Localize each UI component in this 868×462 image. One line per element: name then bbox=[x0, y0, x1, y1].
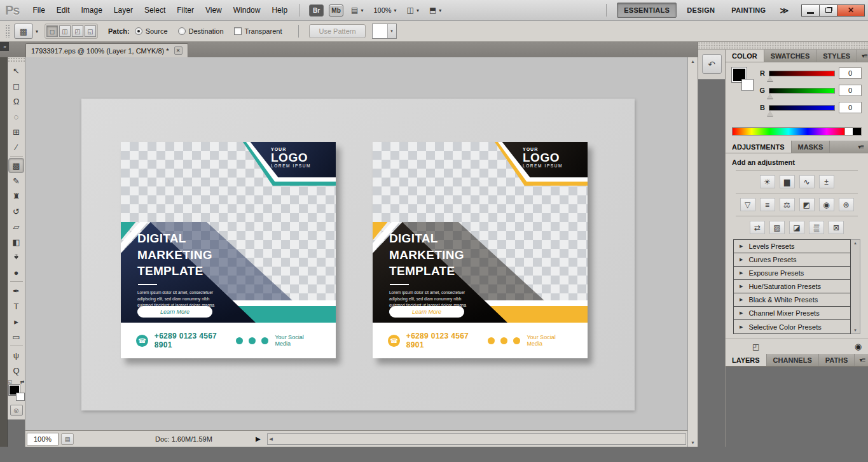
restore-button[interactable] bbox=[819, 4, 837, 17]
scroll-left-icon[interactable]: ◀ bbox=[270, 437, 273, 442]
workspace-overflow-icon[interactable]: ≫ bbox=[776, 6, 792, 15]
subtract-from-selection-button[interactable]: ◰ bbox=[72, 25, 83, 37]
expand-triangle-icon[interactable]: ▶ bbox=[740, 270, 743, 276]
slider-thumb[interactable] bbox=[767, 94, 773, 99]
menu-select[interactable]: Select bbox=[139, 3, 171, 17]
vertical-scrollbar[interactable]: ▲ ▼ bbox=[687, 57, 698, 447]
lasso-tool[interactable]: Ω bbox=[8, 94, 24, 109]
blue-slider[interactable] bbox=[769, 105, 835, 111]
slider-thumb[interactable] bbox=[767, 76, 773, 81]
eraser-tool[interactable]: ▱ bbox=[8, 219, 24, 234]
tab-styles[interactable]: STYLES bbox=[816, 50, 857, 62]
zoom-level-dropdown[interactable]: 100% ▾ bbox=[373, 6, 396, 14]
hue-saturation-presets-row[interactable]: ▶ Hue/Saturation Presets bbox=[734, 280, 850, 293]
patch-tool[interactable]: ▩ bbox=[8, 158, 24, 173]
expand-triangle-icon[interactable]: ▶ bbox=[740, 297, 743, 302]
green-slider[interactable] bbox=[769, 88, 835, 94]
panel-menu-icon[interactable]: ▾≡ bbox=[855, 354, 868, 366]
selective-color-icon[interactable]: ⊠ bbox=[829, 221, 844, 234]
black-white-presets-row[interactable]: ▶ Black & White Presets bbox=[734, 293, 850, 307]
expand-triangle-icon[interactable]: ▶ bbox=[740, 325, 743, 330]
threshold-icon[interactable]: ◪ bbox=[789, 221, 804, 234]
document-tab[interactable]: 17933917.eps @ 100% (Layer 1, CMYK/8) * … bbox=[25, 43, 188, 57]
blue-value-field[interactable]: 0 bbox=[839, 102, 862, 113]
expand-triangle-icon[interactable]: ▶ bbox=[740, 257, 743, 262]
scroll-down-icon[interactable]: ▼ bbox=[853, 328, 857, 332]
tool-preset-caret-icon[interactable]: ▾ bbox=[36, 29, 38, 34]
menu-file[interactable]: File bbox=[27, 3, 50, 17]
blur-tool[interactable]: ♠ bbox=[14, 253, 18, 262]
transparent-checkbox[interactable]: Transparent bbox=[234, 27, 282, 35]
invert-icon[interactable]: ⇄ bbox=[750, 221, 765, 234]
expand-triangle-icon[interactable]: ▶ bbox=[740, 311, 743, 316]
tab-paths[interactable]: PATHS bbox=[819, 354, 855, 366]
hand-tool[interactable]: ψ bbox=[8, 347, 24, 363]
move-tool[interactable]: ↖ bbox=[8, 63, 24, 78]
dock-collapse-icon[interactable]: » bbox=[0, 42, 9, 51]
menu-layer[interactable]: Layer bbox=[108, 3, 139, 17]
layers-panel[interactable] bbox=[726, 367, 868, 447]
black-white-icon[interactable]: ◩ bbox=[799, 198, 815, 211]
red-value-field[interactable]: 0 bbox=[839, 67, 862, 79]
scroll-down-icon[interactable]: ▼ bbox=[691, 440, 695, 445]
panel-menu-icon[interactable]: ▾≡ bbox=[853, 141, 868, 153]
status-zoom-field[interactable]: 100% bbox=[27, 433, 59, 445]
gradient-map-icon[interactable]: ▒ bbox=[809, 221, 824, 234]
patch-source-radio[interactable]: Source bbox=[135, 27, 168, 35]
white-swatch[interactable] bbox=[844, 128, 853, 135]
vibrance-icon[interactable]: ▽ bbox=[740, 198, 755, 211]
tab-adjustments[interactable]: ADJUSTMENTS bbox=[726, 141, 792, 153]
clone-stamp-tool[interactable]: ♜ bbox=[8, 188, 24, 204]
history-brush-tool[interactable]: ↺ bbox=[8, 204, 24, 219]
tab-channels[interactable]: CHANNELS bbox=[767, 354, 819, 366]
color-balance-icon[interactable]: ⚖ bbox=[780, 198, 795, 211]
gradient-tool[interactable]: ◧ bbox=[8, 234, 24, 249]
selective-color-presets-row[interactable]: ▶ Selective Color Presets bbox=[734, 320, 850, 333]
menu-image[interactable]: Image bbox=[76, 3, 108, 17]
horizontal-scrollbar[interactable]: ◀ bbox=[267, 433, 686, 445]
new-selection-button[interactable]: ◻ bbox=[46, 25, 58, 37]
rectangular-marquee-tool[interactable]: ◻ bbox=[8, 78, 24, 94]
black-swatch[interactable] bbox=[853, 128, 861, 135]
clip-to-layer-icon[interactable]: ◉ bbox=[855, 342, 862, 351]
view-extras-dropdown[interactable]: ▤ ▾ bbox=[351, 6, 363, 15]
background-color-swatch[interactable] bbox=[16, 393, 25, 401]
close-button[interactable]: ✕ bbox=[837, 4, 865, 17]
zoom-tool[interactable]: Q bbox=[8, 363, 24, 378]
quick-selection-tool[interactable]: ◌ bbox=[8, 109, 24, 124]
presets-scrollbar[interactable]: ▲ ▼ bbox=[851, 239, 860, 334]
pen-tool[interactable]: ✒ bbox=[8, 283, 24, 298]
menu-help[interactable]: Help bbox=[266, 3, 293, 17]
eyedropper-tool[interactable]: ∕ bbox=[8, 139, 24, 155]
slider-thumb[interactable] bbox=[767, 111, 773, 116]
color-spectrum-ramp[interactable] bbox=[732, 127, 862, 136]
swap-colors-icon[interactable]: ⇄ bbox=[20, 379, 25, 385]
expand-triangle-icon[interactable]: ▶ bbox=[740, 244, 743, 249]
hue-saturation-icon[interactable]: ≡ bbox=[760, 198, 775, 211]
expanded-view-icon[interactable]: ◰ bbox=[752, 342, 759, 351]
menu-filter[interactable]: Filter bbox=[171, 3, 200, 17]
minimize-button[interactable] bbox=[801, 4, 820, 17]
history-panel-icon[interactable]: ↶ bbox=[702, 54, 722, 74]
menu-view[interactable]: View bbox=[200, 3, 228, 17]
channel-mixer-presets-row[interactable]: ▶ Channel Mixer Presets bbox=[734, 307, 850, 320]
launch-bridge-button[interactable]: Br bbox=[309, 4, 324, 17]
status-options-icon[interactable]: ▶ bbox=[256, 435, 261, 442]
toolbar-grip[interactable] bbox=[8, 57, 25, 62]
current-tool-icon[interactable]: ▩ bbox=[14, 24, 33, 39]
panel-menu-icon[interactable]: ▾≡ bbox=[857, 50, 868, 62]
crop-tool[interactable]: ⊞ bbox=[8, 124, 24, 139]
tab-swatches[interactable]: SWATCHES bbox=[764, 50, 817, 62]
type-tool[interactable]: T bbox=[8, 298, 24, 314]
tab-layers[interactable]: LAYERS bbox=[726, 354, 767, 366]
channel-mixer-icon[interactable]: ⊛ bbox=[839, 198, 854, 211]
rectangle-tool[interactable]: ▭ bbox=[8, 329, 24, 344]
brush-tool[interactable]: ✎ bbox=[8, 173, 24, 188]
exposure-presets-row[interactable]: ▶ Exposure Presets bbox=[734, 267, 850, 280]
workspace-painting[interactable]: PAINTING bbox=[725, 3, 772, 17]
levels-icon[interactable]: ▆ bbox=[780, 175, 795, 188]
dock-grip[interactable] bbox=[698, 42, 868, 50]
add-to-selection-button[interactable]: ◫ bbox=[59, 25, 71, 37]
intersect-selection-button[interactable]: ◱ bbox=[85, 25, 96, 37]
tab-masks[interactable]: MASKS bbox=[792, 141, 830, 153]
